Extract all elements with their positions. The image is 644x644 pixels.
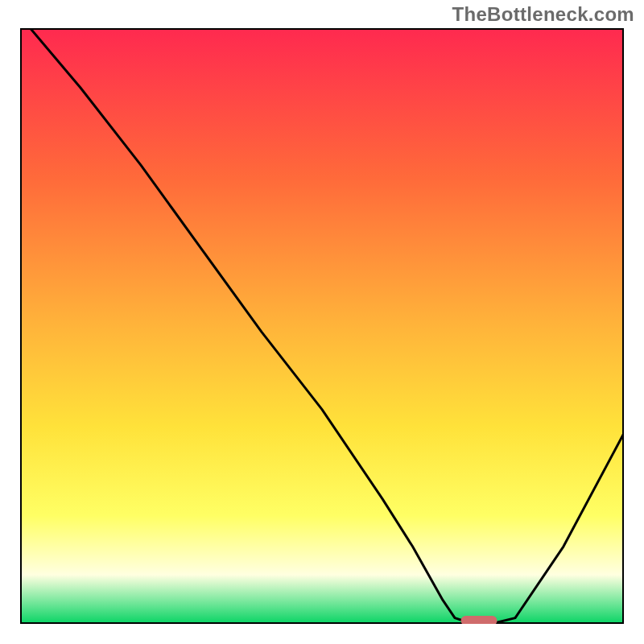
plot-area [20, 28, 624, 624]
chart-svg [20, 28, 624, 624]
watermark-text: TheBottleneck.com [452, 3, 634, 26]
chart-stage: TheBottleneck.com [0, 0, 644, 644]
optimal-marker [461, 616, 497, 624]
gradient-background [22, 30, 622, 622]
